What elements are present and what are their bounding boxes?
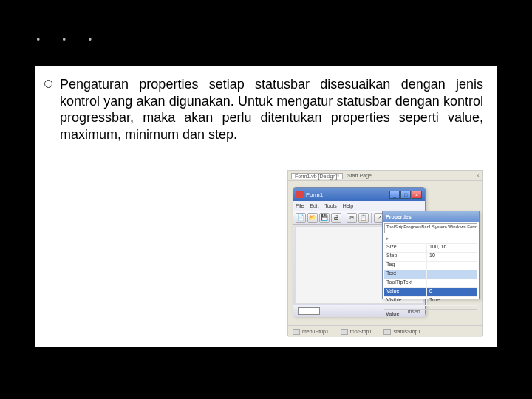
tray-icon <box>293 329 300 335</box>
property-row-tooltiptext[interactable]: ToolTipText <box>384 279 477 288</box>
property-row-value[interactable]: Value0 <box>384 288 477 297</box>
toolbar-print-icon[interactable]: 🖨 <box>331 213 341 223</box>
paragraph-text: Pengaturan properties setiap statusbar d… <box>60 76 483 143</box>
statusbar-progress <box>298 307 320 315</box>
properties-description-title: Value <box>386 311 399 316</box>
toolbar-separator <box>344 213 344 223</box>
property-row-size[interactable]: Size100, 16 <box>384 244 477 253</box>
component-tray: menuStrip1 toolStrip1 statusStrip1 <box>288 325 482 337</box>
slide: . . . Pengaturan properties setiap statu… <box>0 0 532 399</box>
designer-tabs: Form1.vb [Design]* Start Page × <box>288 171 482 181</box>
bullet-icon <box>44 80 52 88</box>
designer-surface: Form1 _ □ × File Edit Tools Help 📄 📂 <box>288 181 482 325</box>
toolbar-new-icon[interactable]: 📄 <box>296 213 306 223</box>
menu-file[interactable]: File <box>296 203 304 208</box>
properties-window: Properties ToolStripProgressBar1 System.… <box>382 211 480 299</box>
maximize-button[interactable]: □ <box>400 191 411 199</box>
tray-icon <box>341 329 348 335</box>
tray-menustrip[interactable]: menuStrip1 <box>293 329 329 335</box>
form-titlebar[interactable]: Form1 _ □ × <box>293 188 425 201</box>
tray-statusstrip[interactable]: statusStrip1 <box>383 329 420 335</box>
tab-close-icon[interactable]: × <box>476 172 480 179</box>
properties-title: Properties <box>383 211 479 222</box>
form-app-icon <box>296 191 304 198</box>
minimize-button[interactable]: _ <box>389 191 400 199</box>
slide-title: . . . <box>35 21 497 46</box>
menu-edit[interactable]: Edit <box>310 203 318 208</box>
toolbar-save-icon[interactable]: 💾 <box>319 213 330 223</box>
tab-start-page[interactable]: Start Page <box>344 173 375 178</box>
content-area: Pengaturan properties setiap statusbar d… <box>35 66 497 347</box>
tab-form-design[interactable]: Form1.vb [Design]* <box>291 173 343 179</box>
toolbar-separator <box>371 213 372 223</box>
bullet-paragraph: Pengaturan properties setiap statusbar d… <box>44 76 483 143</box>
toolbar-open-icon[interactable]: 📂 <box>307 213 318 223</box>
property-row-tag[interactable]: Tag <box>384 262 477 270</box>
toolbar-cut-icon[interactable]: ✂ <box>347 213 357 223</box>
property-row-visible[interactable]: VisibleTrue <box>384 297 477 306</box>
property-row-step[interactable]: Step10 <box>384 253 477 262</box>
form-title: Form1 <box>306 191 389 198</box>
tray-icon <box>383 329 391 335</box>
menu-help[interactable]: Help <box>343 203 353 208</box>
tray-toolstrip[interactable]: toolStrip1 <box>341 329 372 335</box>
title-area: . . . <box>0 0 532 46</box>
property-category[interactable]: ▸ <box>384 235 477 244</box>
properties-object-combo[interactable]: ToolStripProgressBar1 System.Windows.For… <box>384 223 477 233</box>
embedded-screenshot: Form1.vb [Design]* Start Page × Form1 _ … <box>287 170 483 336</box>
property-row-text[interactable]: Text <box>384 270 477 279</box>
properties-grid: ▸ Size100, 16 Step10 Tag Text ToolTipTex… <box>384 235 477 306</box>
form-menubar: File Edit Tools Help <box>293 201 425 211</box>
menu-tools[interactable]: Tools <box>324 203 336 208</box>
close-button[interactable]: × <box>412 191 422 199</box>
toolbar-paste-icon[interactable]: 📋 <box>358 213 369 223</box>
title-divider <box>35 52 497 52</box>
properties-description: Value <box>384 309 477 327</box>
